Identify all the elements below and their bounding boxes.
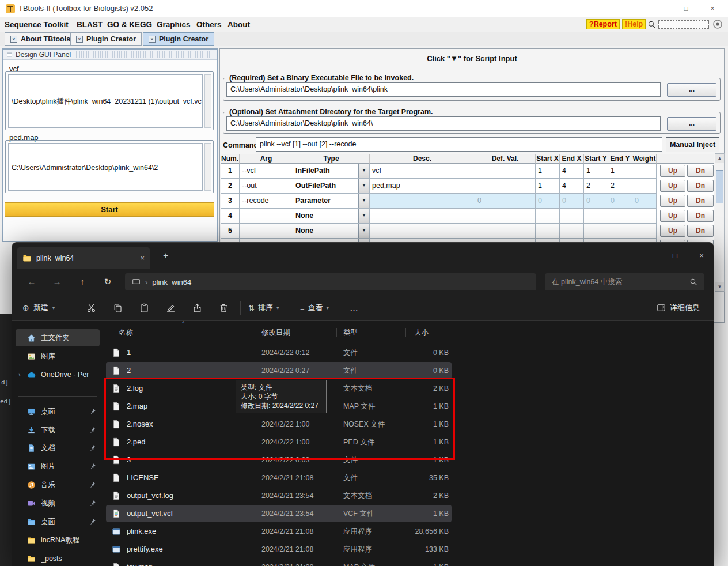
defval-cell[interactable] bbox=[475, 179, 536, 194]
maximize-button[interactable]: □ bbox=[673, 0, 699, 17]
type-cell[interactable]: Parameter▼ bbox=[293, 194, 370, 209]
share-button[interactable] bbox=[188, 300, 206, 316]
file-row-selected[interactable]: 2 2024/2/22 0:27 文件 0 KB bbox=[101, 362, 458, 380]
cut-button[interactable] bbox=[82, 300, 100, 316]
defval-cell[interactable] bbox=[475, 164, 536, 179]
endx-cell[interactable] bbox=[560, 209, 584, 224]
sidebar-item-onedrive[interactable]: › OneDrive - Per bbox=[16, 366, 100, 383]
delete-button[interactable] bbox=[215, 300, 232, 316]
chevron-right-icon[interactable]: › bbox=[18, 371, 21, 378]
type-cell[interactable]: OutFilePath▼ bbox=[293, 179, 370, 194]
arg-cell[interactable]: --recode bbox=[240, 194, 293, 209]
browse-binary-button[interactable]: ... bbox=[667, 83, 716, 97]
menu-sequence-toolkit[interactable]: Sequence Toolkit bbox=[5, 17, 69, 32]
scroll-thumb[interactable] bbox=[716, 170, 723, 203]
start-button[interactable]: Start bbox=[5, 202, 214, 217]
weight-cell[interactable] bbox=[632, 164, 657, 179]
address-bar[interactable]: › plink_win64 bbox=[125, 273, 536, 290]
startx-cell[interactable] bbox=[536, 209, 560, 224]
browse-dir-button[interactable]: ... bbox=[667, 117, 716, 131]
sidebar-item-videos[interactable]: 视频 bbox=[16, 495, 100, 512]
details-pane-button[interactable]: 详细信息 bbox=[657, 299, 700, 316]
back-button[interactable]: ← bbox=[20, 269, 43, 295]
table-vertical-scrollbar[interactable]: ▲ ▼ bbox=[715, 153, 725, 292]
col-header-type[interactable]: 类型 bbox=[343, 325, 358, 340]
up-button[interactable]: Up bbox=[660, 195, 685, 207]
tab-close-icon[interactable]: × bbox=[149, 36, 156, 43]
sidebar-item-lncrna[interactable]: lncRNA教程 bbox=[16, 531, 100, 549]
close-button[interactable]: × bbox=[699, 0, 726, 17]
starty-cell[interactable]: 2 bbox=[584, 179, 608, 194]
up-button[interactable]: ↑ bbox=[71, 269, 94, 295]
desc-cell[interactable] bbox=[370, 224, 475, 239]
search-icon[interactable] bbox=[647, 20, 656, 29]
type-cell[interactable]: None▼ bbox=[293, 224, 370, 239]
arg-cell[interactable]: --out bbox=[240, 179, 293, 194]
explorer-tab[interactable]: plink_win64 × bbox=[17, 247, 150, 269]
dn-button[interactable]: Dn bbox=[687, 210, 714, 222]
copy-button[interactable] bbox=[109, 300, 126, 316]
tab-plugin-creator-2[interactable]: × Plugin Creator bbox=[143, 32, 214, 46]
startx-cell[interactable]: 1 bbox=[536, 179, 560, 194]
col-header-size[interactable]: 大小 bbox=[414, 325, 429, 340]
file-row-selected[interactable]: output_vcf.vcf 2024/2/21 23:54 VCF 文件 1 … bbox=[101, 505, 458, 523]
starty-cell[interactable] bbox=[584, 209, 608, 224]
startx-cell[interactable]: 1 bbox=[536, 164, 560, 179]
endx-cell[interactable]: 0 bbox=[560, 194, 584, 209]
arg-cell[interactable] bbox=[240, 224, 293, 239]
scroll-down-icon[interactable]: ▼ bbox=[715, 282, 724, 291]
menu-about[interactable]: About bbox=[227, 17, 250, 32]
file-row[interactable]: 3 2024/2/22 0:03 文件 1 KB bbox=[101, 451, 458, 469]
type-cell[interactable]: None▼ bbox=[293, 209, 370, 224]
pedmap-textarea[interactable]: C:\Users\Administrator\Desktop\plink_win… bbox=[8, 143, 203, 191]
attachment-dir-input[interactable]: C:\Users\Administrator\Desktop\plink_win… bbox=[226, 116, 661, 131]
rename-button[interactable] bbox=[162, 300, 179, 316]
breadcrumb-location[interactable]: plink_win64 bbox=[152, 278, 191, 286]
help-button[interactable]: !Help bbox=[622, 19, 646, 29]
up-button[interactable]: Up bbox=[660, 165, 685, 177]
forward-button[interactable]: → bbox=[46, 269, 69, 295]
weight-cell[interactable] bbox=[632, 224, 657, 239]
type-dropdown-button[interactable]: ▼ bbox=[358, 164, 369, 178]
desc-cell[interactable] bbox=[370, 209, 475, 224]
column-divider[interactable] bbox=[405, 328, 406, 337]
file-row[interactable]: 2.nosex 2024/2/22 1:00 NOSEX 文件 1 KB bbox=[101, 416, 458, 433]
menu-blast[interactable]: BLAST bbox=[77, 17, 103, 32]
new-item-button[interactable]: ⊕ 新建 ▾ bbox=[22, 299, 55, 316]
manual-inject-button[interactable]: Manual Inject bbox=[666, 137, 719, 152]
search-icon[interactable] bbox=[689, 278, 697, 286]
tab-close-icon[interactable]: × bbox=[10, 36, 17, 43]
weight-cell[interactable] bbox=[632, 179, 657, 194]
type-dropdown-button[interactable]: ▼ bbox=[358, 224, 369, 238]
endy-cell[interactable]: 0 bbox=[608, 194, 632, 209]
type-dropdown-button[interactable]: ▼ bbox=[358, 209, 369, 223]
vcf-scrollbar[interactable] bbox=[204, 74, 211, 128]
file-row[interactable]: output_vcf.log 2024/2/21 23:54 文本文档 2 KB bbox=[101, 487, 458, 505]
weight-cell[interactable]: 0 bbox=[632, 194, 657, 209]
startx-cell[interactable]: 0 bbox=[536, 194, 560, 209]
sidebar-item-pictures[interactable]: 图片 bbox=[16, 458, 100, 475]
design-panel-titlebar[interactable]: Design GUI Panel bbox=[3, 50, 217, 60]
file-row[interactable]: plink.exe 2024/2/21 21:08 应用程序 28,656 KB bbox=[101, 523, 458, 541]
paste-button[interactable] bbox=[135, 300, 153, 316]
binary-path-input[interactable]: C:\Users\Administrator\Desktop\plink_win… bbox=[226, 82, 661, 97]
more-options-button[interactable]: … bbox=[350, 299, 358, 316]
weight-cell[interactable] bbox=[632, 209, 657, 224]
defval-cell[interactable]: 0 bbox=[475, 194, 536, 209]
dn-button[interactable]: Dn bbox=[687, 180, 714, 192]
up-button[interactable]: Up bbox=[660, 210, 685, 222]
file-row[interactable]: 2.ped 2024/2/22 1:00 PED 文件 1 KB bbox=[101, 433, 458, 451]
arg-cell[interactable] bbox=[240, 209, 293, 224]
view-button[interactable]: ≡ 查看 ▾ bbox=[300, 299, 329, 316]
sidebar-item-documents[interactable]: 文档 bbox=[16, 439, 100, 456]
minimize-button[interactable]: — bbox=[646, 0, 673, 17]
col-header-name[interactable]: 名称 bbox=[119, 325, 133, 340]
sidebar-item-gallery[interactable]: 图库 bbox=[16, 348, 100, 365]
type-dropdown-button[interactable]: ▼ bbox=[358, 194, 369, 208]
search-box[interactable]: 在 plink_win64 中搜索 bbox=[545, 273, 704, 290]
column-divider[interactable] bbox=[452, 328, 452, 337]
minimize-button[interactable]: — bbox=[635, 243, 662, 269]
endy-cell[interactable]: 2 bbox=[608, 179, 632, 194]
arg-cell[interactable]: --vcf bbox=[240, 164, 293, 179]
tab-plugin-creator-1[interactable]: × Plugin Creator bbox=[70, 32, 142, 46]
